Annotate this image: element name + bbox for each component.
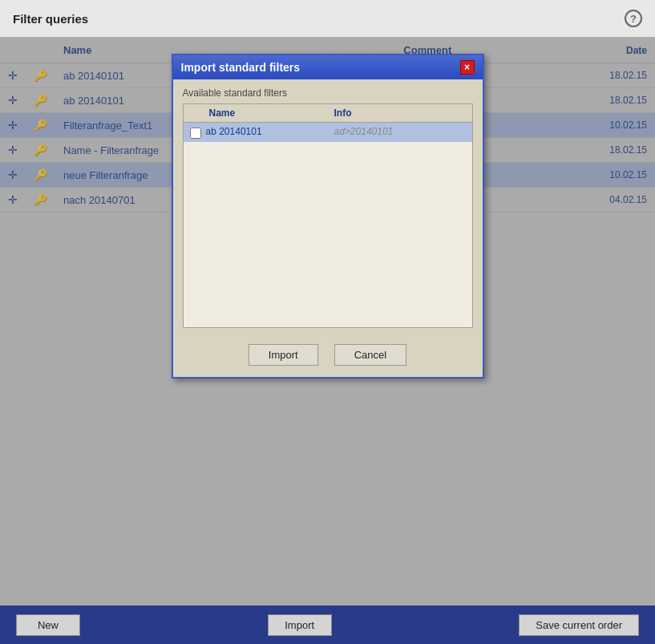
modal-close-button[interactable]: × xyxy=(460,60,475,75)
col-header-name: Name xyxy=(190,107,334,119)
new-button[interactable]: New xyxy=(16,614,80,636)
filter-name: ab 20140101 xyxy=(206,126,334,137)
filter-list-item[interactable]: ab 20140101 ad>20140101 xyxy=(184,123,472,142)
modal-overlay: Import standard filters × Available stan… xyxy=(0,38,655,606)
modal-titlebar: Import standard filters × xyxy=(173,55,483,79)
import-button[interactable]: Import xyxy=(268,614,332,636)
page-header: Filter queries ? xyxy=(0,0,655,38)
import-modal: Import standard filters × Available stan… xyxy=(172,54,484,379)
filter-list-body: ab 20140101 ad>20140101 xyxy=(184,123,472,142)
filter-list-area: Name Info ab 20140101 ad>20140101 xyxy=(183,103,473,328)
modal-import-button[interactable]: Import xyxy=(249,344,318,366)
main-content: Name Comment Date ✛ 🔑 ab 20140101 18.02.… xyxy=(0,38,655,606)
modal-body: Available standard filters Name Info ab … xyxy=(173,79,483,336)
page-title: Filter queries xyxy=(13,12,88,26)
help-icon[interactable]: ? xyxy=(625,10,642,27)
filter-info: ad>20140101 xyxy=(334,126,466,137)
modal-title: Import standard filters xyxy=(181,61,301,74)
filter-checkbox[interactable] xyxy=(190,128,201,139)
col-header-info: Info xyxy=(334,107,466,119)
save-order-button[interactable]: Save current order xyxy=(519,614,639,636)
modal-footer: Import Cancel xyxy=(173,336,483,377)
bottom-toolbar: New Import Save current order xyxy=(0,606,655,644)
filter-list-header: Name Info xyxy=(184,104,472,123)
modal-cancel-button[interactable]: Cancel xyxy=(334,344,406,366)
section-label: Available standard filters xyxy=(183,87,473,99)
